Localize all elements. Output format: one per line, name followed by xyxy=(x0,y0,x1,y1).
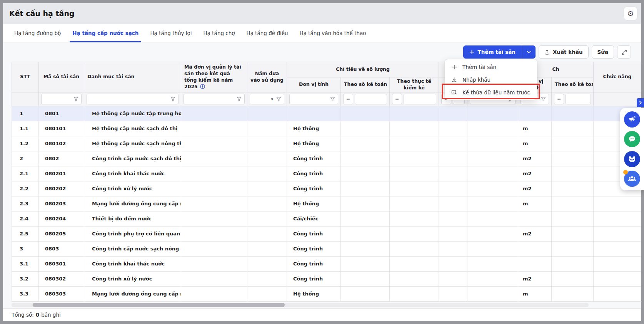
cell: Cái/chiếc xyxy=(287,211,341,226)
filter-name-input[interactable] xyxy=(87,94,179,104)
table-row[interactable]: 2.5080205Công trình phụ trợ có liên quan… xyxy=(12,226,641,241)
cell xyxy=(439,211,467,226)
table-row[interactable]: 1.1080101Hệ thống cấp nước sạch đô thịHệ… xyxy=(12,121,641,136)
cell xyxy=(439,121,467,136)
table-row[interactable]: 2.3080203Mạng lưới đường ống cung cấp nư… xyxy=(12,196,641,211)
cell: Công trình cấp nước sạch nông thôn t... xyxy=(84,241,181,256)
funnel-icon[interactable] xyxy=(330,97,335,102)
cell xyxy=(594,211,641,226)
add-asset-dropdown-toggle[interactable] xyxy=(522,45,536,59)
chatbot-button[interactable] xyxy=(624,151,640,167)
cell: 080102 xyxy=(39,136,84,151)
col-header-unit-code[interactable]: Mã đơn vị quản lý tài sản theo kết quả t… xyxy=(181,62,247,92)
floating-widget-panel xyxy=(620,108,644,190)
cell xyxy=(181,271,247,286)
funnel-icon[interactable] xyxy=(73,97,78,102)
table-row[interactable]: 2.2080202Công trình xử lý nướcCông trình… xyxy=(12,181,641,196)
cell: Công trình xyxy=(287,151,341,166)
cell xyxy=(594,196,641,211)
cell: 1.1 xyxy=(12,121,39,136)
total-label: Tổng số: xyxy=(12,312,34,318)
filter-inventory-input[interactable]: = xyxy=(392,94,436,104)
table-row[interactable]: 10801Hệ thống cấp nước tập trung hoàn ch… xyxy=(12,106,641,121)
side-panel-toggle[interactable] xyxy=(637,98,644,107)
menu-item-nhap-khau[interactable]: Nhập khẩu xyxy=(445,73,537,86)
announcement-button[interactable] xyxy=(624,111,640,128)
tab-ha-tang-thuy-loi[interactable]: Hạ tầng thủy lợi xyxy=(144,24,197,42)
tab-ha-tang-cho[interactable]: Hạ tầng chợ xyxy=(198,24,241,42)
cell: 080202 xyxy=(39,181,84,196)
col-header-accounting[interactable]: Theo số kế toán xyxy=(341,77,390,92)
cell: Công trình xyxy=(287,256,341,271)
cell xyxy=(247,241,287,256)
col-header-year[interactable]: Năm đưa vào sử dụng xyxy=(247,62,287,92)
menu-item-them-tai-san[interactable]: Thêm tài sản xyxy=(445,60,537,73)
col-header-accounting2[interactable]: Theo số kế toán xyxy=(552,77,594,92)
cell xyxy=(518,211,552,226)
cell xyxy=(439,271,467,286)
table-row[interactable]: 1.2080102Hệ thống cấp nước sạch nông thô… xyxy=(12,136,641,151)
funnel-icon[interactable] xyxy=(541,97,546,102)
table-row[interactable]: 20802Công trình cấp nước sạch đô thịCông… xyxy=(12,151,641,166)
filter-year-select[interactable]: ▾ xyxy=(250,94,284,104)
settings-button[interactable]: ⚙ xyxy=(624,7,637,20)
horizontal-scrollbar[interactable] xyxy=(12,303,589,307)
edit-button[interactable]: Sửa xyxy=(592,45,614,59)
cell: Công trình cấp nước sạch đô thị xyxy=(84,151,181,166)
table-row[interactable]: 3.2080302Công trình xử lý nướcCông trình… xyxy=(12,271,641,286)
notification-dot xyxy=(623,170,628,175)
cell xyxy=(341,166,390,181)
table-row[interactable]: 2.4080204Thiết bị đo đếm nướcCái/chiếc xyxy=(12,211,641,226)
tab-ha-tang-de-dieu[interactable]: Hạ tầng đê điều xyxy=(241,24,294,42)
cell xyxy=(181,256,247,271)
table-row[interactable]: 2.1080201Công trình khai thác nướcCông t… xyxy=(12,166,641,181)
col-header-unit[interactable]: Đơn vị tính xyxy=(287,77,341,92)
add-asset-button[interactable]: Thêm tài sản xyxy=(463,45,522,59)
cell: 3.3 xyxy=(12,286,39,301)
filter-unit-code-input[interactable] xyxy=(184,94,245,104)
filter-row: ▾ = = = = xyxy=(12,92,641,106)
filter-unit-input[interactable] xyxy=(289,94,338,104)
filter-accounting-input[interactable]: = xyxy=(343,94,387,104)
filter-accounting2-input[interactable]: = xyxy=(554,94,591,104)
tab-ha-tang-van-hoa-the-thao[interactable]: Hạ tầng văn hóa thể thao xyxy=(294,24,372,42)
expand-button[interactable] xyxy=(617,45,631,59)
cell xyxy=(467,286,518,301)
cell xyxy=(518,106,552,121)
filter-code-input[interactable] xyxy=(41,94,82,104)
cell: Công trình khai thác nước xyxy=(84,256,181,271)
cell xyxy=(439,286,467,301)
app-window: Kết cấu hạ tầng ⚙ Hạ tầng đường bộ Hạ tầ… xyxy=(0,0,644,324)
funnel-icon[interactable] xyxy=(276,97,281,102)
scrollbar-thumb[interactable] xyxy=(33,303,285,307)
cell xyxy=(467,121,518,136)
table-row[interactable]: 3.3080303Mạng lưới đường ống cung cấp nư… xyxy=(12,286,641,301)
export-button[interactable]: Xuất khẩu xyxy=(539,45,589,59)
cell: 080302 xyxy=(39,271,84,286)
col-header-inventory[interactable]: Theo thực tế kiểm kê xyxy=(390,77,439,92)
funnel-icon[interactable] xyxy=(170,97,175,102)
cell: 080303 xyxy=(39,286,84,301)
tab-ha-tang-cap-nuoc-sach[interactable]: Hạ tầng cấp nước sạch xyxy=(67,24,144,42)
community-button[interactable] xyxy=(624,171,640,187)
col-header-code[interactable]: Mã số tài sản xyxy=(39,62,84,92)
cell: 3.1 xyxy=(12,256,39,271)
cell: Công trình xyxy=(287,166,341,181)
cell xyxy=(341,136,390,151)
funnel-icon[interactable] xyxy=(237,97,242,102)
col-header-stt[interactable]: STT xyxy=(12,62,39,92)
caret-down-icon: ▾ xyxy=(271,97,273,102)
col-header-name[interactable]: Danh mục tài sản xyxy=(84,62,181,92)
page: Kết cấu hạ tầng ⚙ Hạ tầng đường bộ Hạ tầ… xyxy=(3,3,641,321)
table-row[interactable]: 3.1080301Công trình khai thác nướcCông t… xyxy=(12,256,641,271)
cell xyxy=(552,151,594,166)
megaphone-icon xyxy=(628,115,636,124)
table-row[interactable]: 30803Công trình cấp nước sạch nông thôn … xyxy=(12,241,641,256)
cell xyxy=(390,286,439,301)
chat-support-button[interactable] xyxy=(624,131,640,147)
cell xyxy=(181,151,247,166)
menu-item-ke-thua-du-lieu[interactable]: Kế thừa dữ liệu năm trước xyxy=(445,86,537,99)
info-icon[interactable] xyxy=(200,84,205,89)
tab-ha-tang-duong-bo[interactable]: Hạ tầng đường bộ xyxy=(8,24,67,42)
cell: 1 xyxy=(12,106,39,121)
